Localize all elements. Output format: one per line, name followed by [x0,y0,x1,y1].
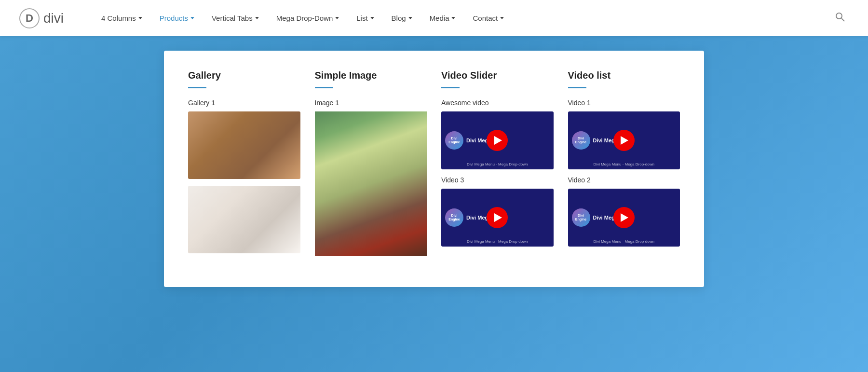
logo-text: divi [43,11,64,26]
simple-image[interactable] [315,111,427,256]
logo[interactable]: D divi [19,8,64,28]
nav-item-list[interactable]: List [348,0,382,36]
svg-line-1 [841,18,844,21]
gallery-image-2[interactable] [188,186,300,253]
yt-logo-icon-2: DiviEngine [445,208,463,227]
play-triangle-icon-4 [621,213,628,222]
chevron-down-icon [335,17,339,19]
play-button-awesome[interactable] [487,130,508,151]
col-title-simple-image: Simple Image [315,70,427,81]
video-list-label-2: Video 2 [568,176,680,184]
col-divider-simple-image [315,87,333,88]
navbar: D divi 4 Columns Products Vertical Tabs … [0,0,868,36]
col-divider-video-list [568,87,586,88]
nav-item-vertical-tabs[interactable]: Vertical Tabs [203,0,268,36]
nav-item-4columns[interactable]: 4 Columns [93,0,151,36]
svg-point-0 [836,13,842,19]
play-triangle-icon-2 [494,213,502,222]
nav-items: 4 Columns Products Vertical Tabs Mega Dr… [93,0,831,36]
col-divider-video-slider [441,87,460,88]
yt-logo-icon-4: DiviEngine [572,208,590,227]
col-divider-gallery [188,87,206,88]
main-area: Gallery Gallery 1 Simple Image Image 1 [0,36,868,372]
yt-logo-icon-3: DiviEngine [572,131,590,150]
nav-item-mega-dropdown[interactable]: Mega Drop-Down [268,0,348,36]
video-thumb-1[interactable]: DiviEngine Divi Mega Men... Divi Mega Me… [568,111,680,169]
gallery-item-label-1: Gallery 1 [188,99,300,107]
chevron-down-icon [500,17,504,19]
column-simple-image: Simple Image Image 1 [315,70,427,263]
video-title-2: Divi Mega Men... [593,215,677,220]
video-thumb-awesome[interactable]: DiviEngine Divi Mega Men... Divi Mega Me… [441,111,554,169]
nav-item-media[interactable]: Media [421,0,464,36]
video-thumb-2[interactable]: DiviEngine Divi Mega Men... Divi Mega Me… [568,189,680,247]
video-subtitle-2: Divi Mega Menu - Mega Drop-down [568,239,680,244]
logo-icon: D [19,8,40,28]
video-slider-label-1: Awesome video [441,99,554,107]
play-triangle-icon [494,136,502,145]
col-title-gallery: Gallery [188,70,300,81]
gallery-image-1[interactable] [188,111,300,179]
video-thumb-3[interactable]: DiviEngine Divi Mega Men... Divi Mega Me… [441,189,554,247]
col-title-video-slider: Video Slider [441,70,554,81]
chevron-down-icon [138,17,142,19]
video-subtitle-1: Divi Mega Menu - Mega Drop-down [568,162,680,166]
video-list-label-1: Video 1 [568,99,680,107]
mega-menu-panel: Gallery Gallery 1 Simple Image Image 1 [164,51,704,287]
column-video-list: Video list Video 1 DiviEngine Divi Mega … [568,70,680,263]
video-title-1: Divi Mega Men... [593,138,677,143]
nav-item-contact[interactable]: Contact [464,0,513,36]
video-slider-label-2: Video 3 [441,176,554,184]
play-button-3[interactable] [487,207,508,228]
chevron-down-icon [408,17,412,19]
col-title-video-list: Video list [568,70,680,81]
nav-item-products[interactable]: Products [151,0,203,36]
video-subtitle-3: Divi Mega Menu - Mega Drop-down [441,239,554,244]
chevron-down-icon [370,17,374,19]
chevron-down-icon [255,17,259,19]
video-title-3: Divi Mega Men... [466,215,550,220]
column-video-slider: Video Slider Awesome video DiviEngine Di… [441,70,554,263]
video-title-awesome: Divi Mega Men... [466,138,550,143]
video-subtitle-awesome: Divi Mega Menu - Mega Drop-down [441,162,554,166]
play-triangle-icon-3 [621,136,628,145]
play-button-2[interactable] [613,207,635,228]
columns-wrapper: Gallery Gallery 1 Simple Image Image 1 [188,70,680,263]
simple-image-label: Image 1 [315,99,427,107]
play-button-1[interactable] [613,130,635,151]
chevron-down-icon [190,17,194,19]
yt-logo-icon: DiviEngine [445,131,463,150]
column-gallery: Gallery Gallery 1 [188,70,300,263]
nav-item-blog[interactable]: Blog [383,0,421,36]
chevron-down-icon [451,17,455,19]
search-button[interactable] [831,12,849,24]
